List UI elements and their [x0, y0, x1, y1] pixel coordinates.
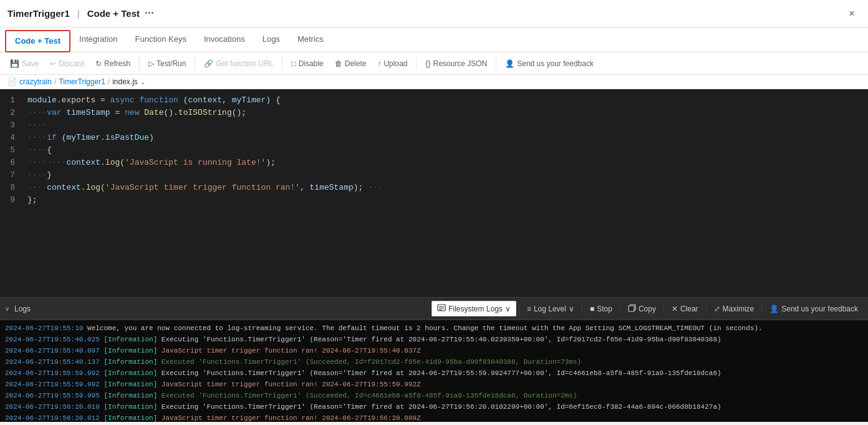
feedback-button-toolbar[interactable]: 👤 Send us your feedback	[500, 57, 599, 71]
delete-icon: 🗑	[335, 59, 342, 68]
breadcrumb-part-0[interactable]: crazytrain	[19, 77, 52, 86]
refresh-button[interactable]: ↻ Refresh	[90, 57, 135, 71]
code-line-4: 4 ····if (myTimer.isPastDue)	[0, 132, 868, 144]
breadcrumb-part-2: index.js	[112, 77, 138, 86]
logs-panel: ∨ Logs Filesystem Logs ∨	[0, 297, 868, 422]
log-line-8: 2024-06-27T19:56:20.012 [Information] Ja…	[5, 413, 863, 422]
toolbar-divider-3	[282, 57, 282, 70]
maximize-icon: ⤢	[714, 305, 720, 313]
log-level-button[interactable]: ≡ Log Level ∨	[522, 303, 579, 315]
feedback-icon-toolbar: 👤	[505, 59, 514, 68]
logs-divider-2	[582, 304, 582, 314]
feedback-icon-logs: 👤	[769, 305, 779, 313]
logs-feedback-button[interactable]: 👤 Send us your feedback	[764, 303, 863, 315]
svg-rect-3	[439, 310, 442, 310]
get-function-url-button[interactable]: 🔗 Get function URL	[199, 57, 278, 71]
log-line-6: 2024-06-27T19:55:59.995 [Information] Ex…	[5, 390, 863, 401]
stop-icon: ■	[590, 305, 594, 313]
tab-metrics[interactable]: Metrics	[289, 27, 332, 52]
svg-rect-2	[439, 308, 444, 309]
breadcrumb-part-1[interactable]: TimerTrigger1	[59, 77, 105, 86]
tab-logs[interactable]: Logs	[254, 27, 289, 52]
log-line-5: 2024-06-27T19:55:59.992 [Information] Ja…	[5, 379, 863, 390]
breadcrumb-chevron[interactable]: ⌄	[140, 79, 145, 85]
toolbar-divider-1	[139, 57, 140, 70]
app-subtitle: Code + Test	[87, 8, 140, 19]
code-editor[interactable]: 1 module.exports = async function (conte…	[0, 89, 868, 297]
logs-divider-6	[761, 304, 762, 314]
clear-icon: ✕	[672, 305, 678, 313]
save-icon: 💾	[10, 59, 19, 68]
toolbar: 💾 Save ↩ Discard ↻ Refresh ▷ Test/Run 🔗 …	[0, 52, 868, 75]
clear-button[interactable]: ✕ Clear	[667, 303, 703, 315]
upload-button[interactable]: ↑ Upload	[372, 57, 412, 71]
breadcrumb: 📄 crazytrain / TimerTrigger1 / index.js …	[0, 75, 868, 89]
code-line-1: 1 module.exports = async function (conte…	[0, 94, 868, 107]
tab-function-keys[interactable]: Function Keys	[127, 27, 195, 52]
logs-header: ∨ Logs Filesystem Logs ∨	[0, 298, 868, 320]
maximize-button[interactable]: ⤢ Maximize	[709, 303, 760, 315]
discard-button[interactable]: ↩ Discard	[45, 57, 89, 71]
breadcrumb-sep-2: /	[108, 77, 110, 86]
disable-button[interactable]: □ Disable	[286, 57, 328, 71]
save-button[interactable]: 💾 Save	[5, 57, 44, 71]
logs-divider-5	[706, 304, 706, 314]
stop-button[interactable]: ■ Stop	[585, 303, 617, 315]
logs-title: Logs	[14, 305, 31, 313]
play-icon: ▷	[148, 59, 154, 68]
log-line-2: 2024-06-27T19:55:40.097 [Information] Ja…	[5, 345, 863, 356]
json-icon: {}	[425, 59, 430, 68]
filesystem-icon	[437, 303, 446, 314]
refresh-icon: ↻	[95, 59, 102, 68]
code-line-2: 2 ····var timeStamp = new Date().toISOSt…	[0, 107, 868, 119]
code-line-5: 5 ····{	[0, 144, 868, 157]
upload-icon: ↑	[377, 59, 381, 68]
copy-icon	[628, 304, 636, 314]
breadcrumb-folder-icon: 📄	[7, 77, 17, 86]
logs-divider-4	[663, 304, 664, 314]
toolbar-divider-5	[496, 57, 496, 70]
logs-collapse-icon[interactable]: ∨	[5, 305, 9, 312]
copy-button[interactable]: Copy	[623, 302, 661, 316]
log-line-7: 2024-06-27T19:56:20.010 [Information] Ex…	[5, 401, 863, 413]
main-content: 1 module.exports = async function (conte…	[0, 89, 868, 422]
toolbar-divider-4	[416, 57, 417, 70]
delete-button[interactable]: 🗑 Delete	[330, 57, 372, 71]
svg-rect-5	[629, 306, 634, 311]
tab-bar: Code + Test Integration Function Keys In…	[0, 27, 868, 52]
breadcrumb-sep-1: /	[54, 77, 56, 86]
close-button[interactable]: ×	[843, 5, 861, 22]
code-line-3: 3 ····	[0, 119, 868, 132]
discard-icon: ↩	[50, 59, 56, 68]
filesystem-chevron-icon: ∨	[505, 305, 511, 313]
log-output[interactable]: 2024-06-27T19:55:10 Welcome, you are now…	[0, 320, 868, 422]
log-line-3: 2024-06-27T19:55:40.137 [Information] Ex…	[5, 356, 863, 368]
filesystem-logs-button[interactable]: Filesystem Logs ∨	[432, 301, 516, 316]
link-icon: 🔗	[204, 59, 213, 68]
tab-code-test[interactable]: Code + Test	[5, 30, 70, 52]
toolbar-divider-2	[195, 57, 195, 70]
code-line-7: 7 ····}	[0, 169, 868, 182]
log-line-0: 2024-06-27T19:55:10 Welcome, you are now…	[5, 323, 863, 334]
logs-divider-3	[620, 304, 620, 314]
title-bar: TimerTrigger1 | Code + Test ··· ×	[0, 0, 868, 27]
log-line-4: 2024-06-27T19:55:59.992 [Information] Ex…	[5, 368, 863, 379]
logs-controls: Filesystem Logs ∨ ≡ Log Level ∨ ■ Stop	[432, 301, 863, 316]
title-bar-left: TimerTrigger1 | Code + Test ···	[7, 7, 154, 20]
log-level-chevron-icon: ∨	[569, 305, 574, 313]
code-line-9: 9 };	[0, 194, 868, 207]
resource-json-button[interactable]: {} Resource JSON	[420, 57, 492, 71]
tab-invocations[interactable]: Invocations	[195, 27, 254, 52]
tab-integration[interactable]: Integration	[70, 27, 126, 52]
svg-rect-1	[439, 306, 444, 307]
app-title: TimerTrigger1	[7, 8, 70, 19]
more-options-icon[interactable]: ···	[145, 7, 154, 20]
logs-divider-1	[519, 304, 519, 314]
title-separator: |	[77, 8, 80, 19]
test-run-button[interactable]: ▷ Test/Run	[143, 57, 191, 71]
log-level-icon: ≡	[527, 305, 531, 313]
log-line-1: 2024-06-27T19:55:40.025 [Information] Ex…	[5, 334, 863, 345]
code-line-8: 8 ····context.log('JavaScript timer trig…	[0, 182, 868, 194]
code-line-6: 6 ········context.log('JavaScript is run…	[0, 157, 868, 169]
disable-icon: □	[291, 59, 296, 68]
